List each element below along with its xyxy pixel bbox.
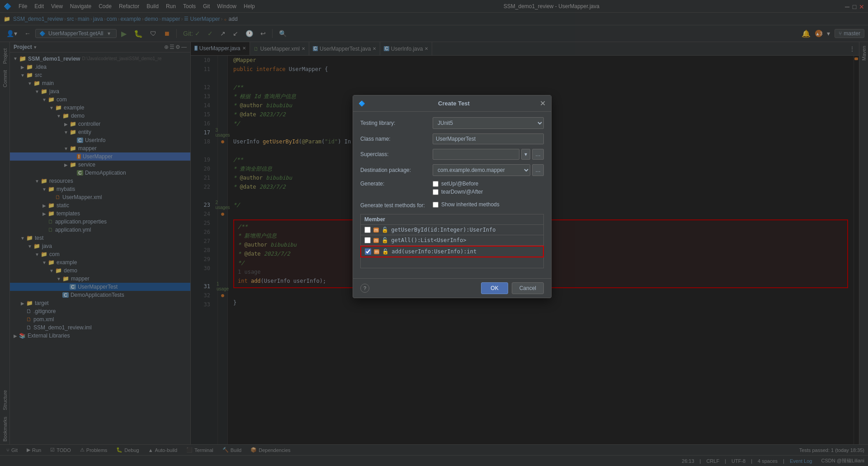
setup-checkbox[interactable] bbox=[433, 181, 439, 187]
help-button[interactable]: ? bbox=[360, 284, 369, 293]
testing-library-row: Testing library: JUnit5 bbox=[360, 117, 544, 129]
class-name-row: Class name: bbox=[360, 133, 544, 144]
teardown-label: tearDown/@After bbox=[441, 189, 483, 195]
member-getall-checkbox[interactable] bbox=[364, 237, 371, 243]
dialog-overlay: 🔷 Create Test ✕ Testing library: JUnit5 … bbox=[0, 0, 868, 466]
member-getall-icon: m bbox=[373, 238, 379, 243]
generate-options: setUp/@Before tearDown/@After bbox=[433, 181, 483, 197]
dialog-close-button[interactable]: ✕ bbox=[540, 99, 546, 108]
dest-package-more-btn[interactable]: … bbox=[532, 164, 544, 176]
member-getuserbyid-checkbox[interactable] bbox=[364, 227, 371, 233]
superclass-more-btn[interactable]: … bbox=[532, 149, 544, 160]
dialog-footer: ? OK Cancel bbox=[353, 278, 551, 298]
testing-library-select[interactable]: JUnit5 bbox=[433, 117, 544, 129]
generate-option-setup: setUp/@Before bbox=[433, 181, 483, 187]
dialog-titlebar: 🔷 Create Test ✕ bbox=[353, 95, 551, 112]
member-add-access-icon: 🔓 bbox=[382, 248, 389, 255]
members-header-label: Member bbox=[364, 216, 385, 223]
member-row-getall[interactable]: m 🔓 getAll():List<UserInfo> bbox=[360, 235, 544, 246]
dest-package-row: Destination package: com.example.demo.ma… bbox=[360, 164, 544, 176]
generate-methods-row: Generate test methods for: Show inherite… bbox=[360, 201, 544, 209]
generate-row: Generate: setUp/@Before tearDown/@After bbox=[360, 181, 544, 197]
ok-button[interactable]: OK bbox=[481, 282, 508, 294]
member-getuserbyid-name: getUserById(id:Integer):UserInfo bbox=[391, 227, 495, 233]
dialog-body: Testing library: JUnit5 Class name: Supe… bbox=[353, 112, 551, 278]
generate-label: Generate: bbox=[360, 181, 433, 187]
teardown-checkbox[interactable] bbox=[433, 189, 439, 195]
superclass-label: Superclass: bbox=[360, 151, 433, 157]
superclass-wrapper: ▾ … bbox=[433, 149, 544, 160]
show-inherited-row: Show inherited methods bbox=[433, 201, 500, 208]
dest-package-label: Destination package: bbox=[360, 167, 433, 173]
members-header: Member bbox=[360, 214, 544, 225]
dialog-title: Create Test bbox=[438, 100, 470, 107]
create-test-dialog: 🔷 Create Test ✕ Testing library: JUnit5 … bbox=[353, 95, 552, 298]
class-name-input[interactable] bbox=[433, 133, 544, 144]
member-getuserbyid-icon: m bbox=[373, 228, 379, 233]
superclass-row: Superclass: ▾ … bbox=[360, 149, 544, 160]
member-add-checkbox[interactable] bbox=[365, 248, 371, 255]
members-section: Member m 🔓 getUserById(id:Integer):UserI… bbox=[360, 214, 544, 268]
member-getall-access-icon: 🔓 bbox=[382, 237, 388, 243]
dest-package-select[interactable]: com.example.demo.mapper bbox=[433, 164, 530, 176]
dialog-icon: 🔷 bbox=[359, 100, 365, 107]
class-name-label: Class name: bbox=[360, 136, 433, 142]
superclass-input[interactable] bbox=[433, 149, 519, 160]
member-row-getuserbyid[interactable]: m 🔓 getUserById(id:Integer):UserInfo bbox=[360, 225, 544, 235]
member-add-name: add(userInfo:UserInfo):int bbox=[392, 248, 476, 255]
testing-library-wrapper: JUnit5 bbox=[433, 117, 544, 129]
superclass-browse-btn[interactable]: ▾ bbox=[521, 149, 530, 160]
show-inherited-label: Show inherited methods bbox=[441, 201, 500, 208]
generate-option-teardown: tearDown/@After bbox=[433, 189, 483, 195]
member-getuserbyid-access-icon: 🔓 bbox=[382, 227, 388, 233]
cancel-button[interactable]: Cancel bbox=[512, 282, 544, 294]
setup-label: setUp/@Before bbox=[441, 181, 478, 187]
member-row-add[interactable]: m 🔓 add(userInfo:UserInfo):int bbox=[360, 246, 544, 257]
member-add-icon: m bbox=[374, 249, 379, 254]
generate-methods-label: Generate test methods for: bbox=[360, 202, 433, 209]
show-inherited-checkbox[interactable] bbox=[433, 202, 439, 208]
members-empty-row bbox=[360, 257, 544, 268]
testing-library-label: Testing library: bbox=[360, 120, 433, 126]
dest-package-wrapper: com.example.demo.mapper … bbox=[433, 164, 544, 176]
member-getall-name: getAll():List<UserInfo> bbox=[391, 237, 466, 243]
